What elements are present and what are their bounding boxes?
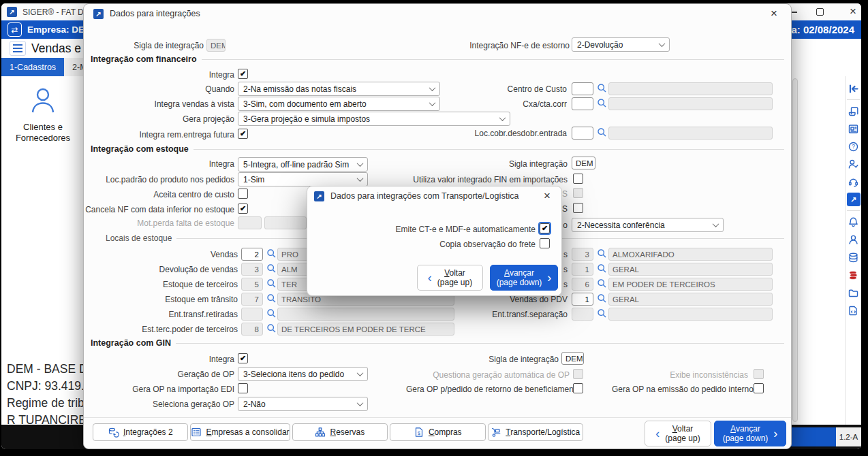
search-icon[interactable] [266, 308, 277, 319]
cxa-input[interactable] [572, 97, 593, 110]
user-icon[interactable] [847, 233, 861, 246]
collapse-icon[interactable] [847, 82, 861, 95]
gin-integra-checkbox[interactable] [238, 353, 248, 363]
coins-icon[interactable] [847, 268, 861, 282]
version-badge: 1.2-A [836, 427, 861, 446]
tab-cadastros[interactable]: 1-Cadastros [1, 58, 64, 76]
projecao-label: Gera projeção [84, 114, 234, 125]
vendas-pdv-num[interactable]: 1 [572, 293, 593, 306]
company-info: DEM - BASE DE CNPJ: 93.419.3 Regime de t… [7, 361, 95, 429]
scroll-icon[interactable] [847, 104, 861, 118]
integrations-icon [108, 427, 119, 438]
estorno-select[interactable]: 2-Devolução [572, 37, 670, 52]
est-terc-num: 8 [241, 323, 263, 336]
search-icon[interactable] [266, 323, 277, 334]
seleciona-op-select[interactable]: 2-Não [238, 397, 368, 411]
search-icon[interactable] [266, 248, 277, 259]
reservas-button[interactable]: Reservas [292, 423, 388, 441]
search-icon[interactable] [597, 98, 607, 109]
modal-avancar-button[interactable]: Avançar(page down) › [490, 265, 558, 291]
geracao-op-select[interactable]: 3-Seleciona itens do pedido [238, 367, 368, 381]
rem-entrega-checkbox[interactable] [238, 129, 248, 139]
voltar-button[interactable]: ‹ Voltar(page up) [645, 421, 711, 446]
fin-imp-checkbox[interactable] [573, 174, 583, 184]
modal-voltar-button[interactable]: ‹ Voltar(page up) [417, 265, 483, 291]
integracoes-2-button[interactable]: Integrações 2 [93, 423, 188, 441]
code-file-icon[interactable] [847, 304, 861, 317]
user-check-icon[interactable] [847, 157, 861, 171]
hidden-checkbox[interactable] [573, 203, 583, 213]
cancela-nf-label: Cancela NF com data inferior no estoque [84, 204, 234, 216]
headset-icon[interactable] [847, 175, 861, 189]
search-icon[interactable] [597, 83, 607, 94]
database-icon[interactable] [847, 250, 861, 264]
centro-custo-input[interactable] [572, 82, 593, 95]
locpad-select[interactable]: 1-Sim [238, 172, 368, 186]
devolucao-label: Devolução de vendas [84, 264, 238, 276]
scrollbar[interactable] [792, 78, 798, 422]
cxa-desc [608, 97, 773, 110]
empresas-consolidar-button[interactable]: Empresas a consolidar [190, 423, 290, 441]
siger-app-icon [7, 7, 17, 17]
svg-text:$: $ [418, 431, 420, 436]
help-icon[interactable]: ? [847, 140, 861, 153]
emite-cte-checkbox[interactable] [540, 223, 550, 233]
report-icon[interactable] [847, 122, 861, 135]
compras-button[interactable]: $ Compras [390, 423, 485, 441]
mot-perda-input [238, 216, 262, 229]
close-icon[interactable]: × [766, 6, 781, 21]
est-sigla-input[interactable]: DEM [572, 157, 595, 169]
search-icon[interactable] [597, 263, 607, 274]
vendas-num[interactable]: 2 [241, 248, 263, 261]
gin-sigla-label: Sigla de integração [395, 354, 559, 365]
avancar-button[interactable]: Avançar(page down) › [714, 421, 786, 446]
dialog-titlebar: Dados para integrações × [84, 4, 791, 23]
search-icon[interactable] [597, 308, 607, 319]
dialog-title: Dados para integrações [110, 9, 200, 18]
op-interno-checkbox[interactable] [754, 383, 764, 393]
conferencia-select[interactable]: 2-Necessita conferência [572, 218, 724, 232]
right-toolbar: ? [845, 76, 861, 425]
exibe-inconsistencias-label: Exibe inconsistências [612, 370, 748, 381]
app-icon[interactable] [847, 193, 861, 206]
devolucao-num: 3 [241, 263, 263, 276]
search-icon[interactable] [597, 278, 607, 289]
aceita-cc-checkbox[interactable] [238, 189, 248, 199]
transporte-logistica-button[interactable]: Transporte/Logística [488, 423, 583, 441]
search-icon[interactable] [597, 127, 607, 138]
shortcut-clientes-fornecedores[interactable]: Clientes e Fornecedores [7, 86, 79, 144]
folder-icon[interactable] [847, 286, 861, 299]
est-integra-select[interactable]: 5-Integra, off-line padrão Sim [238, 157, 368, 172]
search-icon[interactable] [266, 293, 277, 304]
est-integra-label: Integra [84, 159, 234, 170]
chevron-left-icon: ‹ [428, 272, 432, 284]
close-icon[interactable]: × [846, 4, 860, 19]
list-icon [191, 427, 202, 438]
cancela-nf-checkbox[interactable] [238, 203, 248, 214]
search-icon[interactable] [266, 263, 277, 274]
loc-cobr-input[interactable] [572, 127, 593, 140]
close-icon[interactable]: × [540, 189, 555, 203]
maximize-icon[interactable] [816, 8, 824, 16]
questiona-op-checkbox[interactable] [573, 369, 583, 379]
op-edi-checkbox[interactable] [238, 383, 248, 393]
centro-custo-label: Centro de Custo [403, 84, 567, 95]
copia-obs-checkbox[interactable] [540, 238, 550, 248]
search-icon[interactable] [597, 248, 607, 259]
retiradas-num [241, 308, 263, 321]
footer-divider [84, 417, 791, 418]
search-icon[interactable] [597, 293, 607, 304]
bell-icon[interactable] [847, 215, 861, 229]
switch-company-icon[interactable] [7, 22, 22, 37]
search-icon[interactable] [266, 278, 277, 289]
separacao-num [572, 308, 593, 321]
person-icon [29, 86, 57, 115]
fin-integra-checkbox[interactable] [238, 69, 248, 79]
hidden-checkbox[interactable] [573, 188, 583, 198]
exibe-inconsistencias-checkbox[interactable] [754, 369, 764, 379]
projecao-select[interactable]: 3-Gera projeção e simula impostos [238, 112, 510, 126]
handtruck-icon [491, 427, 501, 438]
menu-icon[interactable] [10, 41, 26, 56]
op-retorno-checkbox[interactable] [573, 383, 583, 393]
gin-sigla-input[interactable]: DEM [561, 352, 584, 365]
